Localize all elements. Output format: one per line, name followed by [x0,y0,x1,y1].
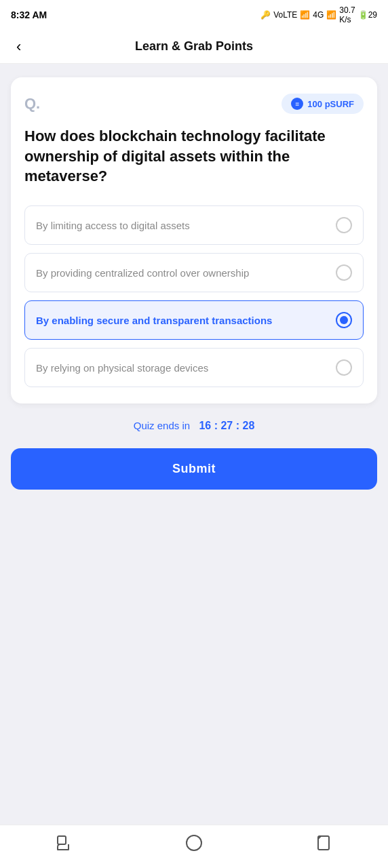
submit-button[interactable]: Submit [11,448,377,490]
bottom-nav [0,825,388,868]
nav-recent-icon [314,833,333,857]
points-badge: ≡ 100 pSURF [282,94,364,114]
option-0-radio [336,217,352,233]
speed-icon: 30.7K/s [339,5,355,24]
signal-icon: 📶 [300,10,310,20]
status-right-icons: 🔑 VoLTE 📶 4G 📶 30.7K/s 🔋29 [260,5,377,24]
option-3[interactable]: By relying on physical storage devices [24,348,364,387]
option-0[interactable]: By limiting access to digital assets [24,205,364,245]
back-button[interactable]: ‹ [14,35,24,58]
option-0-text: By limiting access to digital assets [36,218,328,233]
option-3-text: By relying on physical storage devices [36,361,328,375]
option-2-radio [336,312,352,328]
nav-back-button[interactable] [55,833,74,857]
timer-value: 16 : 27 : 28 [199,420,254,431]
q-label: Q. [24,95,40,113]
header: ‹ Learn & Grab Points [0,30,388,64]
nav-recent-button[interactable] [314,833,333,857]
svg-rect-0 [58,836,66,844]
svg-point-1 [187,835,201,850]
signal2-icon: 📶 [326,10,336,20]
nav-home-button[interactable] [185,833,203,857]
option-2-dot [340,316,348,324]
back-icon: ‹ [16,38,21,55]
battery-icon: 🔋29 [358,10,377,20]
page-title: Learn & Grab Points [135,39,253,54]
quiz-card: Q. ≡ 100 pSURF How does blockchain techn… [11,77,377,403]
nav-back-icon [55,833,74,857]
psurf-icon: ≡ [291,98,303,110]
option-3-radio [336,359,352,376]
option-2-text: By enabling secure and transparent trans… [36,313,328,328]
vo-lte-icon: VoLTE [273,10,297,20]
option-2[interactable]: By enabling secure and transparent trans… [24,300,364,340]
status-bar: 8:32 AM 🔑 VoLTE 📶 4G 📶 30.7K/s 🔋29 [0,0,388,30]
main-content: Q. ≡ 100 pSURF How does blockchain techn… [0,64,388,825]
nav-home-icon [185,833,203,857]
timer-section: Quiz ends in 16 : 27 : 28 [11,414,377,437]
status-time: 8:32 AM [11,9,47,20]
option-1-text: By providing centralized control over ow… [36,266,328,280]
points-text: 100 pSURF [307,99,354,109]
card-top: Q. ≡ 100 pSURF [24,94,364,114]
option-1-radio [336,264,352,281]
key-icon: 🔑 [260,10,271,20]
question-text: How does blockchain technology facilitat… [24,126,364,186]
options-list: By limiting access to digital assets By … [24,205,364,387]
option-1[interactable]: By providing centralized control over ow… [24,253,364,292]
4g-icon: 4G [313,10,324,20]
timer-label: Quiz ends in [134,420,190,431]
